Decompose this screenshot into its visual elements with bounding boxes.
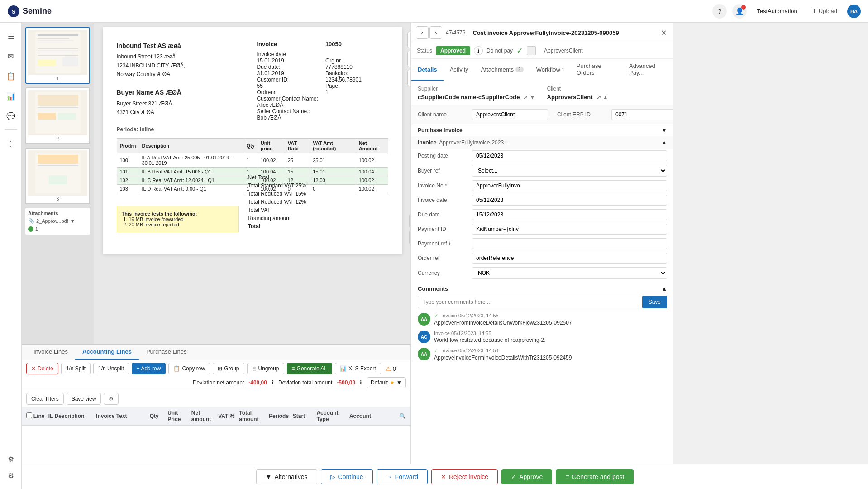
due-date-input[interactable] xyxy=(472,209,667,220)
client-erp-id-input[interactable] xyxy=(611,109,673,120)
chevron-down-icon: ▼ xyxy=(396,379,402,386)
unsplit-button[interactable]: 1/n Unsplit xyxy=(93,363,129,374)
sidebar-icon-home[interactable]: ☰ xyxy=(3,28,19,44)
payment-ref-input[interactable] xyxy=(472,238,667,249)
currency-select[interactable]: NOK xyxy=(472,267,667,279)
thumbnail-3[interactable]: 3 xyxy=(25,148,90,204)
status-info-icon[interactable]: ℹ xyxy=(474,46,483,55)
status-label: Status xyxy=(417,48,432,54)
client-expand-icon[interactable]: ▲ xyxy=(603,94,608,101)
user-menu[interactable]: TestAutomation xyxy=(752,6,802,16)
client-link-icon[interactable]: ↗ xyxy=(596,94,601,101)
nav-next-button[interactable]: › xyxy=(429,26,442,39)
copy-row-button[interactable]: 📋 Copy row xyxy=(168,363,210,374)
notification-icon[interactable]: 👤 1 xyxy=(732,4,747,19)
topbar: S Semine ? 👤 1 TestAutomation ⬆ Upload H… xyxy=(0,0,868,23)
add-row-button[interactable]: + Add row xyxy=(132,363,166,374)
svg-rect-9 xyxy=(38,53,74,53)
sidebar-icon-settings[interactable]: ⚙ xyxy=(3,451,19,467)
print-icon[interactable]: 🖨 xyxy=(407,32,411,48)
toggle-checkbox[interactable] xyxy=(527,46,536,55)
payment-ref-info[interactable]: ℹ xyxy=(449,241,451,247)
invoice-no-input[interactable] xyxy=(472,180,667,191)
comment-input[interactable] xyxy=(418,296,639,308)
delete-button[interactable]: ✕ Delete xyxy=(26,363,58,374)
zoom-out-button[interactable]: − xyxy=(409,230,411,244)
clear-filters-button[interactable]: Clear filters xyxy=(26,393,64,405)
tab-details[interactable]: Details xyxy=(411,59,444,81)
forward-button[interactable]: → Forward xyxy=(377,469,428,484)
col-header-check[interactable] xyxy=(26,412,33,420)
nav-prev-button[interactable]: ‹ xyxy=(416,26,429,39)
order-ref-input[interactable] xyxy=(472,253,667,264)
download-icon[interactable]: ⬇ xyxy=(407,51,411,67)
tab-activity[interactable]: Activity xyxy=(444,59,475,81)
tab-attachments[interactable]: Attachments 2 xyxy=(475,59,530,81)
external-link-icon[interactable]: ↗ xyxy=(407,70,411,86)
sidebar-icon-chat[interactable]: 💬 xyxy=(3,108,19,124)
sidebar-icon-docs[interactable]: 📋 xyxy=(3,68,19,84)
svg-rect-18 xyxy=(58,113,76,120)
comment-save-button[interactable]: Save xyxy=(642,296,667,308)
tab-accounting-lines[interactable]: Accounting Lines xyxy=(75,345,139,360)
deviation-net-info[interactable]: ℹ xyxy=(272,379,274,386)
deviation-total-info[interactable]: ℹ xyxy=(360,379,362,386)
tab-purchase-orders[interactable]: Purchase Orders xyxy=(570,59,623,81)
attachment-dropdown[interactable]: ▼ xyxy=(70,218,75,224)
reject-button[interactable]: ✕ Reject invoice xyxy=(431,469,498,484)
client-name-input[interactable] xyxy=(472,109,548,120)
status-badge: Approved xyxy=(436,46,470,55)
supplier-value: cSupplierCode name-cSupplierCode ↗ ▼ xyxy=(418,94,538,101)
upload-btn[interactable]: ⬆ Upload xyxy=(807,6,842,16)
sidebar-icon-mail[interactable]: ✉ xyxy=(3,48,19,64)
zoom-in-button[interactable]: + xyxy=(409,214,411,228)
ungroup-button[interactable]: ⊟ Ungroup xyxy=(247,363,284,374)
delete-icon: ✕ xyxy=(31,365,36,372)
svg-rect-20 xyxy=(38,155,78,164)
green-check-icon[interactable]: ✓ xyxy=(516,46,523,56)
continue-button[interactable]: ▷ Continue xyxy=(321,469,373,484)
invoice-ref-section[interactable]: Invoice ApproverFullyInvoice-2023... ▲ xyxy=(411,136,673,149)
thumbnail-2[interactable]: 2 xyxy=(25,87,90,144)
col-header-acctype: Account Type xyxy=(316,410,349,422)
tab-advanced-pay[interactable]: Advanced Pay... xyxy=(623,59,673,81)
svg-text:S: S xyxy=(12,8,16,15)
default-dropdown[interactable]: Default ★ ▼ xyxy=(367,377,406,388)
settings-button[interactable]: ⚙ xyxy=(104,393,119,405)
sidebar-icon-more[interactable]: ⋮ xyxy=(3,135,19,152)
generate-post-button[interactable]: ≡ Generate and post xyxy=(556,469,634,484)
tab-purchase-lines[interactable]: Purchase Lines xyxy=(139,345,194,360)
external-link-icon[interactable]: ↗ xyxy=(523,94,528,101)
alternatives-button[interactable]: ▼ Alternatives xyxy=(256,469,317,484)
tab-invoice-lines[interactable]: Invoice Lines xyxy=(26,345,75,360)
search-icon[interactable]: 🔍 xyxy=(397,413,406,419)
posting-date-input[interactable] xyxy=(472,150,667,161)
supplier-dropdown-icon[interactable]: ▼ xyxy=(529,94,535,101)
purchase-invoice-section[interactable]: Purchase Invoice ▼ xyxy=(411,124,673,136)
comment-meta-2: Invoice 05/12/2023, 14:55 xyxy=(434,331,667,336)
approve-button[interactable]: ✓ Approve xyxy=(501,469,552,484)
select-all-checkbox[interactable] xyxy=(26,412,32,418)
sidebar-icon-settings2[interactable]: ⚙ xyxy=(3,467,19,484)
comment-meta-1: ✓ Invoice 05/12/2023, 14:55 xyxy=(434,313,667,319)
posting-date-row: Posting date xyxy=(411,149,673,163)
thumb-num-1: 1 xyxy=(28,76,87,81)
comments-expand-icon[interactable]: ▲ xyxy=(661,285,667,292)
generate-al-button[interactable]: ≡ Generate AL xyxy=(287,363,332,374)
invoice-detail-block: Invoice Invoice date 15.01.2019 Due date… xyxy=(257,41,388,121)
group-button[interactable]: ⊞ Group xyxy=(213,363,244,374)
close-button[interactable]: ✕ xyxy=(658,27,669,38)
attachment-file[interactable]: 📎 2_Approv...pdf ▼ xyxy=(28,218,87,224)
tab-workflow[interactable]: Workflow ℹ xyxy=(530,59,570,81)
help-icon[interactable]: ? xyxy=(712,4,727,19)
save-view-button[interactable]: Save view xyxy=(67,393,101,405)
export-button[interactable]: 📊 XLS Export xyxy=(335,363,381,374)
status-bar: Status Approved ℹ Do not pay ✓ Approvers… xyxy=(411,43,673,59)
payment-id-input[interactable] xyxy=(472,224,667,235)
buyer-ref-select[interactable]: Select... xyxy=(472,165,667,177)
sidebar-icon-chart[interactable]: 📊 xyxy=(3,88,19,104)
invoice-date-input[interactable] xyxy=(472,195,667,206)
thumbnail-1[interactable]: 1 xyxy=(25,27,90,84)
approve-icon: ✓ xyxy=(511,473,516,480)
split-button[interactable]: 1/n Split xyxy=(61,363,91,374)
